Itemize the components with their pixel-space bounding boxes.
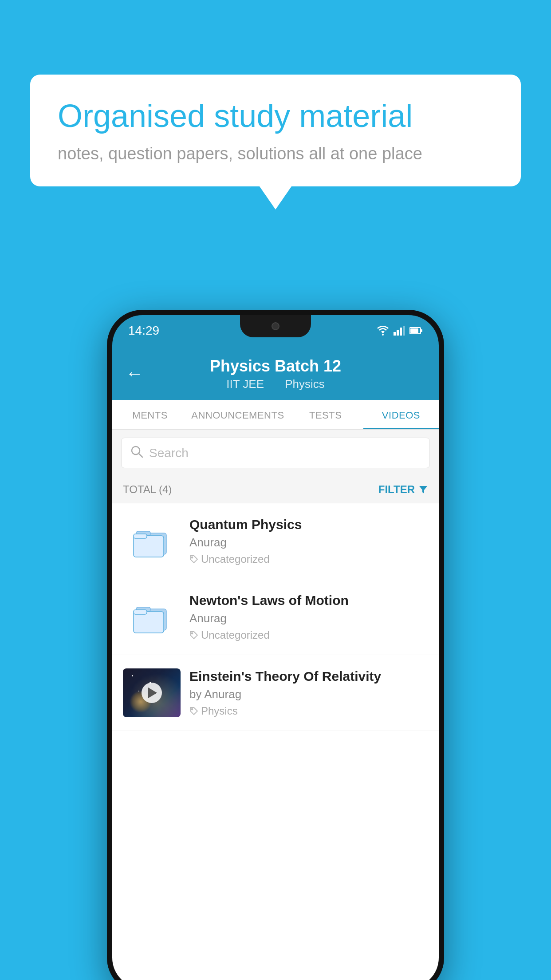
back-button[interactable]: ← (126, 363, 143, 383)
header-subtitle-part1: IIT JEE (226, 377, 264, 391)
video-tag-3: Physics (189, 705, 428, 717)
folder-thumb-2 (123, 593, 181, 641)
video-title-1: Quantum Physics (189, 517, 428, 532)
video-info-2: Newton's Laws of Motion Anurag Uncategor… (189, 593, 428, 641)
battery-icon (409, 327, 423, 335)
tab-ments[interactable]: MENTS (112, 400, 188, 429)
svg-rect-6 (410, 328, 418, 333)
total-count: TOTAL (4) (123, 483, 172, 496)
speech-bubble-container: Organised study material notes, question… (30, 75, 521, 209)
tag-icon (189, 707, 198, 715)
header-title: Physics Batch 12 (128, 357, 423, 375)
folder-thumb-1 (123, 517, 181, 565)
header-subtitle-part2: Physics (285, 377, 325, 391)
svg-rect-19 (134, 610, 147, 614)
svg-rect-13 (134, 536, 164, 557)
tag-icon (189, 631, 198, 640)
svg-marker-10 (419, 486, 427, 494)
svg-point-21 (192, 708, 193, 710)
search-placeholder: Search (149, 446, 189, 460)
notch (240, 315, 311, 337)
tabs-bar: MENTS ANNOUNCEMENTS TESTS VIDEOS (112, 400, 439, 430)
speech-bubble: Organised study material notes, question… (30, 75, 521, 186)
video-tag-2: Uncategorized (189, 629, 428, 641)
list-item[interactable]: Einstein's Theory Of Relativity by Anura… (112, 655, 439, 731)
search-box[interactable]: Search (121, 438, 430, 468)
status-icons (377, 326, 423, 336)
video-info-1: Quantum Physics Anurag Uncategorized (189, 517, 428, 565)
play-triangle (148, 688, 157, 698)
tab-videos[interactable]: VIDEOS (363, 400, 439, 429)
signal-icon (394, 326, 405, 336)
svg-point-0 (382, 334, 384, 336)
search-icon (130, 445, 143, 461)
filter-button[interactable]: FILTER (378, 483, 428, 496)
video-title-2: Newton's Laws of Motion (189, 593, 428, 608)
phone-screen: ← Physics Batch 12 IIT JEE Physics MENTS… (112, 346, 439, 980)
video-thumbnail-3 (123, 668, 181, 717)
list-item[interactable]: Newton's Laws of Motion Anurag Uncategor… (112, 579, 439, 655)
video-list: Quantum Physics Anurag Uncategorized (112, 503, 439, 731)
phone-frame: 14:29 (107, 310, 444, 980)
svg-point-20 (192, 632, 193, 634)
video-tag-1: Uncategorized (189, 553, 428, 565)
speech-bubble-arrow (260, 186, 291, 209)
app-header: ← Physics Batch 12 IIT JEE Physics (112, 346, 439, 400)
header-subtitle: IIT JEE Physics (128, 377, 423, 391)
video-info-3: Einstein's Theory Of Relativity by Anura… (189, 669, 428, 717)
speech-bubble-title: Organised study material (58, 98, 493, 134)
svg-rect-4 (403, 326, 405, 336)
tab-announcements[interactable]: ANNOUNCEMENTS (188, 400, 287, 429)
filter-icon (418, 485, 428, 494)
svg-rect-2 (397, 330, 399, 336)
search-container: Search (112, 430, 439, 476)
camera-dot (272, 322, 279, 330)
svg-rect-14 (134, 534, 147, 538)
speech-bubble-subtitle: notes, question papers, solutions all at… (58, 144, 493, 163)
svg-line-9 (139, 454, 142, 457)
video-author-1: Anurag (189, 536, 428, 549)
tag-icon (189, 555, 198, 564)
wifi-icon (377, 326, 389, 336)
svg-point-15 (192, 557, 193, 558)
play-button[interactable] (142, 683, 162, 703)
star-decoration (132, 675, 133, 676)
svg-rect-18 (134, 612, 164, 633)
filter-row: TOTAL (4) FILTER (112, 476, 439, 503)
video-author-2: Anurag (189, 612, 428, 625)
folder-icon (132, 599, 172, 635)
folder-icon (132, 523, 172, 559)
list-item[interactable]: Quantum Physics Anurag Uncategorized (112, 503, 439, 579)
tab-tests[interactable]: TESTS (288, 400, 363, 429)
svg-rect-1 (394, 332, 396, 336)
status-bar: 14:29 (112, 315, 439, 346)
svg-rect-3 (400, 328, 402, 336)
video-author-3: by Anurag (189, 688, 428, 701)
svg-rect-7 (421, 329, 422, 332)
video-title-3: Einstein's Theory Of Relativity (189, 669, 428, 684)
status-time: 14:29 (128, 324, 159, 338)
